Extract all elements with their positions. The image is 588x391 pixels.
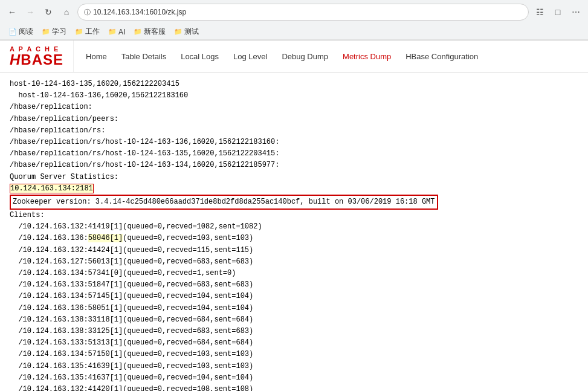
reload-button[interactable]: ↻: [41, 5, 56, 19]
zk-version-box: Zookeeper version: 3.4.14-4c25d480e66aad…: [10, 195, 438, 210]
client-13: /10.124.163.135:41639[1](queued=0,recved…: [10, 361, 578, 372]
main-content: host-10-124-163-135,16020,1562122203415 …: [0, 73, 588, 391]
client-7: /10.124.163.134:57145[1](queued=0,recved…: [10, 291, 578, 302]
bookmark-read[interactable]: 📄 阅读: [5, 25, 37, 38]
zk-version-value: 3.4.14-4c25d480e66aadd371de8bd2fd8da255a…: [95, 198, 435, 206]
line-6: /hbase/replication/rs/host-10-124-163-13…: [10, 137, 578, 148]
extensions-button[interactable]: ☷: [532, 5, 547, 19]
bookmark-study-label: 学习: [52, 27, 66, 37]
nav-home[interactable]: Home: [79, 47, 114, 66]
line-9: Quorum Server Statistics:: [10, 172, 578, 183]
line-zkversion: Zookeeper version: 3.4.14-4c25d480e66aad…: [10, 195, 578, 210]
nav-metrics-dump[interactable]: Metrics Dump: [335, 47, 398, 66]
highlighted-address: 10.124.163.134:2181: [10, 184, 94, 193]
client-2: /10.124.163.136:58046[1](queued=0,recved…: [10, 233, 578, 244]
url-text: 10.124.163.134:16010/zk.jsp: [93, 8, 186, 16]
line-address: 10.124.163.134:2181: [10, 183, 578, 195]
tab-button[interactable]: □: [551, 5, 565, 19]
client-3: /10.124.163.132:41424[1](queued=0,recved…: [10, 245, 578, 256]
address-bar[interactable]: ⓘ 10.124.163.134:16010/zk.jsp: [77, 4, 529, 21]
bookmark-ai[interactable]: 📁 AI: [105, 27, 129, 37]
lock-icon: ⓘ: [84, 8, 91, 17]
bookmark-ai-icon: 📁: [108, 28, 117, 36]
line-1: host-10-124-163-135,16020,1562122203415: [10, 79, 578, 90]
bookmark-work[interactable]: 📁 工作: [71, 25, 103, 38]
nav-menu: Home Table Details Local Logs Log Level …: [74, 47, 490, 66]
bookmark-study-icon: 📁: [42, 28, 50, 36]
bookmark-ai-label: AI: [118, 28, 125, 36]
bookmark-test[interactable]: 📁 测试: [170, 25, 202, 38]
more-button[interactable]: ⋯: [569, 5, 583, 19]
client-6: /10.124.163.133:51847[1](queued=0,recved…: [10, 279, 578, 291]
browser-chrome: ← → ↻ ⌂ ⓘ 10.124.163.134:16010/zk.jsp ☷ …: [0, 0, 588, 40]
forward-button[interactable]: →: [23, 5, 37, 19]
logo-area: A P A C H E HBASE: [0, 40, 74, 72]
back-button[interactable]: ←: [5, 5, 19, 19]
bookmark-work-label: 工作: [85, 27, 100, 37]
client-9: /10.124.163.138:33118[1](queued=0,recved…: [10, 314, 578, 326]
bookmark-study[interactable]: 📁 学习: [38, 25, 70, 38]
client-8: /10.124.163.136:58051[1](queued=0,recved…: [10, 303, 578, 314]
bookmark-test-icon: 📁: [174, 28, 183, 36]
home-button[interactable]: ⌂: [59, 5, 74, 19]
line-4: /hbase/replication/peers:: [10, 114, 578, 125]
browser-toolbar: ← → ↻ ⌂ ⓘ 10.124.163.134:16010/zk.jsp ☷ …: [0, 0, 588, 24]
line-clients: Clients:: [10, 210, 578, 221]
line-8: /hbase/replication/rs/host-10-124-163-13…: [10, 160, 578, 171]
client-15: /10.124.163.132:41420[1](queued=0,recved…: [10, 384, 578, 391]
line-2: host-10-124-163-136,16020,1562122183160: [10, 90, 578, 102]
client-11: /10.124.163.133:51313[1](queued=0,recved…: [10, 337, 578, 349]
nav-log-level[interactable]: Log Level: [226, 47, 274, 66]
client-5: /10.124.163.134:57341[0](queued=0,recved…: [10, 268, 578, 279]
bookmark-read-label: 阅读: [19, 27, 33, 37]
client-10: /10.124.163.138:33125[1](queued=0,recved…: [10, 326, 578, 337]
client-14: /10.124.163.135:41637[1](queued=0,recved…: [10, 372, 578, 384]
zk-version-label: Zookeeper version:: [13, 198, 95, 206]
bookmarks-bar: 📄 阅读 📁 学习 📁 工作 📁 AI 📁 新客服 📁 测试: [0, 24, 588, 40]
bookmark-newservice[interactable]: 📁 新客服: [130, 25, 169, 38]
client-4: /10.124.163.127:56013[1](queued=0,recved…: [10, 256, 578, 268]
bookmark-test-label: 测试: [184, 27, 199, 37]
logo-hbase-text: HBASE: [10, 53, 63, 67]
bookmark-newservice-label: 新客服: [144, 27, 166, 37]
client-1: /10.124.163.132:41419[1](queued=0,recved…: [10, 221, 578, 233]
line-5: /hbase/replication/rs:: [10, 125, 578, 137]
bookmark-work-icon: 📁: [75, 28, 83, 36]
line-7: /hbase/replication/rs/host-10-124-163-13…: [10, 148, 578, 160]
nav-table-details[interactable]: Table Details: [114, 47, 173, 66]
nav-debug-dump[interactable]: Debug Dump: [274, 47, 335, 66]
nav-local-logs[interactable]: Local Logs: [173, 47, 226, 66]
bookmark-read-icon: 📄: [8, 28, 17, 36]
client-12: /10.124.163.134:57150[1](queued=0,recved…: [10, 349, 578, 360]
bookmark-newservice-icon: 📁: [134, 28, 142, 36]
app-header: A P A C H E HBASE Home Table Details Loc…: [0, 40, 588, 73]
line-3: /hbase/replication:: [10, 102, 578, 113]
nav-hbase-config[interactable]: HBase Configuration: [398, 47, 485, 66]
